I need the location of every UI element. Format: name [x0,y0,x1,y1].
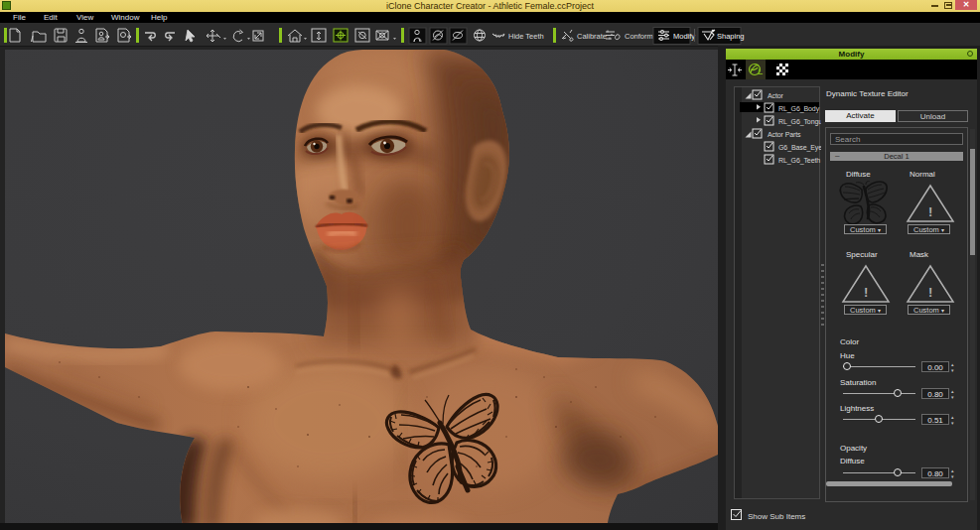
svg-text:RL_G6_Tongue: RL_G6_Tongue [778,118,821,126]
svg-text:Conform: Conform [625,32,653,41]
svg-text:Actor: Actor [768,92,784,99]
svg-text:!: ! [928,285,932,300]
svg-text:L: L [758,66,764,76]
svg-text:!: ! [864,285,868,300]
svg-text:Hide Teeth: Hide Teeth [508,32,544,41]
svg-text:RL_G6_Body: RL_G6_Body [778,105,820,113]
svg-text:Calibrate: Calibrate [577,32,607,41]
svg-text:G6_Base_Eye: G6_Base_Eye [778,144,821,152]
svg-text:Shaping: Shaping [717,32,745,41]
svg-text:Modify: Modify [673,32,695,41]
svg-text:RL_G6_Teeth: RL_G6_Teeth [778,157,820,165]
svg-text:Actor Parts: Actor Parts [768,131,801,138]
svg-text:Show Sub Items: Show Sub Items [748,512,805,521]
svg-text:!: ! [928,204,932,219]
